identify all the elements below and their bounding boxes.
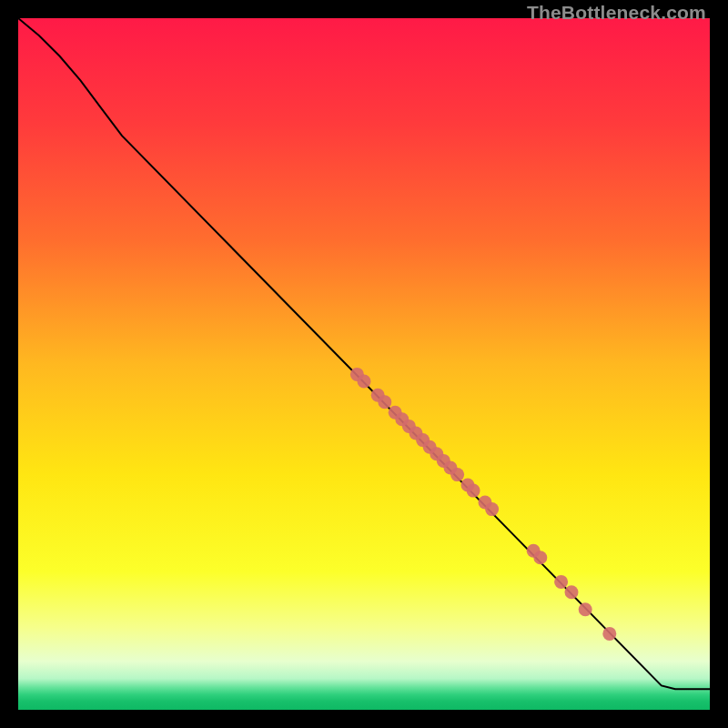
data-point: [554, 575, 568, 589]
gradient-background: [18, 18, 710, 710]
data-point: [602, 627, 616, 641]
data-point: [467, 484, 480, 498]
chart-frame: [18, 18, 710, 710]
data-point: [533, 551, 547, 564]
watermark-label: TheBottleneck.com: [527, 2, 706, 24]
data-point: [358, 375, 371, 389]
data-point: [485, 502, 499, 516]
data-point: [450, 468, 464, 481]
data-point: [579, 602, 592, 616]
data-point: [378, 395, 391, 409]
data-point: [565, 585, 579, 599]
chart-svg: [18, 18, 710, 710]
